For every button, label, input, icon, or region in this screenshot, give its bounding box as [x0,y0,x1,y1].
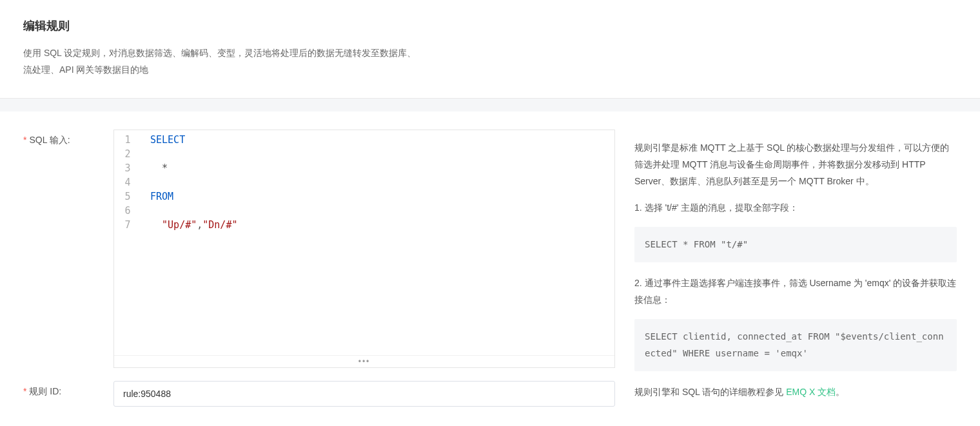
line-number: 1 [114,133,141,147]
sql-editor-control: 1234567 SELECT *FROM "Up/#","Dn/#" ••• [113,130,615,368]
line-number: 7 [114,218,141,232]
rule-id-input[interactable] [113,381,615,407]
line-number: 6 [114,204,141,218]
line-number: 3 [114,161,141,175]
code-editor-body[interactable]: 1234567 SELECT *FROM "Up/#","Dn/#" [114,130,614,355]
line-number: 4 [114,175,141,189]
resize-handle[interactable]: ••• [114,355,614,367]
page-title: 编辑规则 [23,18,957,34]
code-line[interactable]: FROM [150,189,614,204]
sql-editor[interactable]: 1234567 SELECT *FROM "Up/#","Dn/#" ••• [113,130,615,368]
help-intro: 规则引擎是标准 MQTT 之上基于 SQL 的核心数据处理与分发组件，可以方便的… [634,140,957,190]
code-line[interactable]: SELECT [150,133,614,147]
code-line[interactable] [150,147,614,161]
rule-id-label: *规则 ID: [23,381,113,398]
doc-link[interactable]: EMQ X 文档 [786,387,836,397]
line-number: 5 [114,189,141,204]
required-mark: * [23,386,26,396]
sql-input-row: *SQL 输入: 1234567 SELECT *FROM "Up/#","Dn… [23,130,615,368]
footer-prefix: 规则引擎和 SQL 语句的详细教程参见 [634,387,786,397]
line-gutter: 1234567 [114,131,141,355]
code-line[interactable] [150,175,614,189]
code-line[interactable]: * [150,161,614,175]
code-line[interactable] [150,204,614,218]
code-area[interactable]: SELECT *FROM "Up/#","Dn/#" [141,131,614,355]
sql-input-label: *SQL 输入: [23,130,113,146]
help-step2: 2. 通过事件主题选择客户端连接事件，筛选 Username 为 'emqx' … [634,275,957,309]
form-column: *SQL 输入: 1234567 SELECT *FROM "Up/#","Dn… [23,130,615,420]
page-description: 使用 SQL 设定规则，对消息数据筛选、编解码、变型，灵活地将处理后的数据无缝转… [23,45,423,79]
help-footer: 规则引擎和 SQL 语句的详细教程参见 EMQ X 文档。 [634,384,957,401]
rule-id-row: *规则 ID: [23,381,615,407]
required-mark: * [23,135,26,145]
help-panel: 规则引擎是标准 MQTT 之上基于 SQL 的核心数据处理与分发组件，可以方便的… [634,130,957,420]
code-sample-1: SELECT * FROM "t/#" [634,227,957,262]
rule-id-control [113,381,615,407]
code-sample-2: SELECT clientid, connected_at FROM "$eve… [634,319,957,371]
form-area: *SQL 输入: 1234567 SELECT *FROM "Up/#","Dn… [0,111,980,426]
code-line[interactable]: "Up/#","Dn/#" [150,218,614,232]
rule-id-label-text: 规则 ID: [29,386,61,396]
sql-label-text: SQL 输入: [29,135,70,145]
line-number: 2 [114,147,141,161]
help-step1: 1. 选择 't/#' 主题的消息，提取全部字段： [634,200,957,217]
page-header: 编辑规则 使用 SQL 设定规则，对消息数据筛选、编解码、变型，灵活地将处理后的… [0,0,980,99]
footer-suffix: 。 [836,387,845,397]
